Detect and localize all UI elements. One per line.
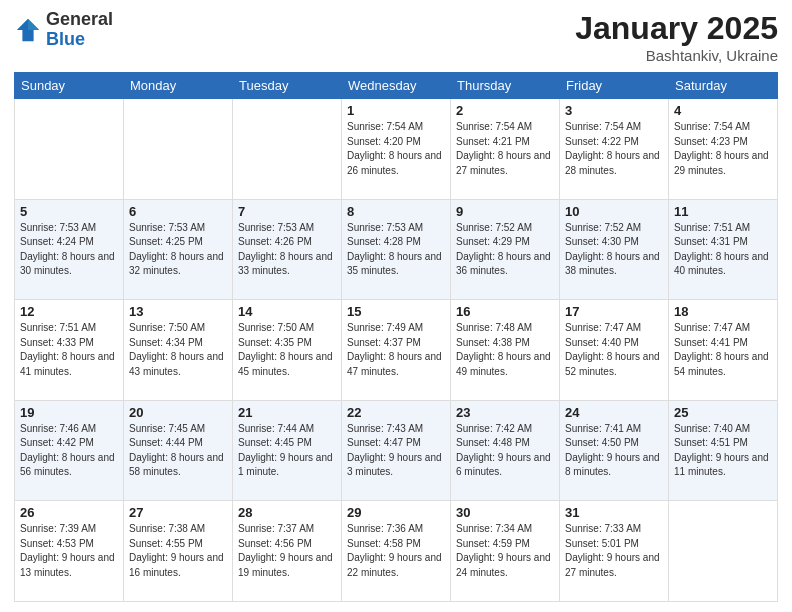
day-info: Sunrise: 7:52 AM Sunset: 4:30 PM Dayligh…	[565, 221, 663, 279]
day-info: Sunrise: 7:53 AM Sunset: 4:26 PM Dayligh…	[238, 221, 336, 279]
day-number: 2	[456, 103, 554, 118]
day-number: 11	[674, 204, 772, 219]
day-number: 3	[565, 103, 663, 118]
table-row: 22Sunrise: 7:43 AM Sunset: 4:47 PM Dayli…	[342, 400, 451, 501]
header-tuesday: Tuesday	[233, 73, 342, 99]
table-row: 28Sunrise: 7:37 AM Sunset: 4:56 PM Dayli…	[233, 501, 342, 602]
table-row: 3Sunrise: 7:54 AM Sunset: 4:22 PM Daylig…	[560, 99, 669, 200]
day-number: 1	[347, 103, 445, 118]
table-row: 15Sunrise: 7:49 AM Sunset: 4:37 PM Dayli…	[342, 300, 451, 401]
day-number: 16	[456, 304, 554, 319]
day-info: Sunrise: 7:40 AM Sunset: 4:51 PM Dayligh…	[674, 422, 772, 480]
logo-icon	[14, 16, 42, 44]
day-number: 21	[238, 405, 336, 420]
day-info: Sunrise: 7:34 AM Sunset: 4:59 PM Dayligh…	[456, 522, 554, 580]
day-number: 7	[238, 204, 336, 219]
day-info: Sunrise: 7:47 AM Sunset: 4:41 PM Dayligh…	[674, 321, 772, 379]
table-row: 31Sunrise: 7:33 AM Sunset: 5:01 PM Dayli…	[560, 501, 669, 602]
title-location: Bashtankiv, Ukraine	[575, 47, 778, 64]
day-info: Sunrise: 7:42 AM Sunset: 4:48 PM Dayligh…	[456, 422, 554, 480]
title-month: January 2025	[575, 10, 778, 47]
day-number: 9	[456, 204, 554, 219]
day-number: 20	[129, 405, 227, 420]
table-row: 20Sunrise: 7:45 AM Sunset: 4:44 PM Dayli…	[124, 400, 233, 501]
day-number: 4	[674, 103, 772, 118]
table-row: 7Sunrise: 7:53 AM Sunset: 4:26 PM Daylig…	[233, 199, 342, 300]
header-sunday: Sunday	[15, 73, 124, 99]
calendar-week-3: 12Sunrise: 7:51 AM Sunset: 4:33 PM Dayli…	[15, 300, 778, 401]
table-row: 8Sunrise: 7:53 AM Sunset: 4:28 PM Daylig…	[342, 199, 451, 300]
day-number: 12	[20, 304, 118, 319]
day-info: Sunrise: 7:37 AM Sunset: 4:56 PM Dayligh…	[238, 522, 336, 580]
day-info: Sunrise: 7:54 AM Sunset: 4:23 PM Dayligh…	[674, 120, 772, 178]
table-row	[669, 501, 778, 602]
day-number: 31	[565, 505, 663, 520]
table-row: 30Sunrise: 7:34 AM Sunset: 4:59 PM Dayli…	[451, 501, 560, 602]
day-info: Sunrise: 7:45 AM Sunset: 4:44 PM Dayligh…	[129, 422, 227, 480]
table-row	[233, 99, 342, 200]
day-number: 19	[20, 405, 118, 420]
table-row: 6Sunrise: 7:53 AM Sunset: 4:25 PM Daylig…	[124, 199, 233, 300]
day-info: Sunrise: 7:41 AM Sunset: 4:50 PM Dayligh…	[565, 422, 663, 480]
table-row: 23Sunrise: 7:42 AM Sunset: 4:48 PM Dayli…	[451, 400, 560, 501]
day-info: Sunrise: 7:46 AM Sunset: 4:42 PM Dayligh…	[20, 422, 118, 480]
table-row: 21Sunrise: 7:44 AM Sunset: 4:45 PM Dayli…	[233, 400, 342, 501]
day-info: Sunrise: 7:47 AM Sunset: 4:40 PM Dayligh…	[565, 321, 663, 379]
table-row: 4Sunrise: 7:54 AM Sunset: 4:23 PM Daylig…	[669, 99, 778, 200]
day-info: Sunrise: 7:50 AM Sunset: 4:34 PM Dayligh…	[129, 321, 227, 379]
table-row: 19Sunrise: 7:46 AM Sunset: 4:42 PM Dayli…	[15, 400, 124, 501]
day-number: 26	[20, 505, 118, 520]
calendar-week-1: 1Sunrise: 7:54 AM Sunset: 4:20 PM Daylig…	[15, 99, 778, 200]
table-row: 27Sunrise: 7:38 AM Sunset: 4:55 PM Dayli…	[124, 501, 233, 602]
calendar-table: Sunday Monday Tuesday Wednesday Thursday…	[14, 72, 778, 602]
calendar-week-2: 5Sunrise: 7:53 AM Sunset: 4:24 PM Daylig…	[15, 199, 778, 300]
day-info: Sunrise: 7:38 AM Sunset: 4:55 PM Dayligh…	[129, 522, 227, 580]
page: General Blue January 2025 Bashtankiv, Uk…	[0, 0, 792, 612]
day-number: 6	[129, 204, 227, 219]
logo-text: General Blue	[46, 10, 113, 50]
table-row: 14Sunrise: 7:50 AM Sunset: 4:35 PM Dayli…	[233, 300, 342, 401]
day-number: 10	[565, 204, 663, 219]
day-number: 27	[129, 505, 227, 520]
day-info: Sunrise: 7:51 AM Sunset: 4:33 PM Dayligh…	[20, 321, 118, 379]
calendar-week-5: 26Sunrise: 7:39 AM Sunset: 4:53 PM Dayli…	[15, 501, 778, 602]
day-number: 30	[456, 505, 554, 520]
day-info: Sunrise: 7:43 AM Sunset: 4:47 PM Dayligh…	[347, 422, 445, 480]
day-info: Sunrise: 7:33 AM Sunset: 5:01 PM Dayligh…	[565, 522, 663, 580]
day-info: Sunrise: 7:54 AM Sunset: 4:22 PM Dayligh…	[565, 120, 663, 178]
day-number: 22	[347, 405, 445, 420]
table-row	[15, 99, 124, 200]
header-friday: Friday	[560, 73, 669, 99]
table-row: 18Sunrise: 7:47 AM Sunset: 4:41 PM Dayli…	[669, 300, 778, 401]
day-number: 28	[238, 505, 336, 520]
table-row: 5Sunrise: 7:53 AM Sunset: 4:24 PM Daylig…	[15, 199, 124, 300]
table-row: 29Sunrise: 7:36 AM Sunset: 4:58 PM Dayli…	[342, 501, 451, 602]
day-number: 8	[347, 204, 445, 219]
logo: General Blue	[14, 10, 113, 50]
logo-blue: Blue	[46, 30, 113, 50]
title-block: January 2025 Bashtankiv, Ukraine	[575, 10, 778, 64]
table-row: 2Sunrise: 7:54 AM Sunset: 4:21 PM Daylig…	[451, 99, 560, 200]
calendar-header-row: Sunday Monday Tuesday Wednesday Thursday…	[15, 73, 778, 99]
table-row: 1Sunrise: 7:54 AM Sunset: 4:20 PM Daylig…	[342, 99, 451, 200]
table-row: 16Sunrise: 7:48 AM Sunset: 4:38 PM Dayli…	[451, 300, 560, 401]
logo-general: General	[46, 10, 113, 30]
day-info: Sunrise: 7:54 AM Sunset: 4:20 PM Dayligh…	[347, 120, 445, 178]
header-wednesday: Wednesday	[342, 73, 451, 99]
table-row: 9Sunrise: 7:52 AM Sunset: 4:29 PM Daylig…	[451, 199, 560, 300]
header-thursday: Thursday	[451, 73, 560, 99]
day-number: 13	[129, 304, 227, 319]
day-number: 15	[347, 304, 445, 319]
day-info: Sunrise: 7:50 AM Sunset: 4:35 PM Dayligh…	[238, 321, 336, 379]
table-row: 13Sunrise: 7:50 AM Sunset: 4:34 PM Dayli…	[124, 300, 233, 401]
day-info: Sunrise: 7:51 AM Sunset: 4:31 PM Dayligh…	[674, 221, 772, 279]
day-info: Sunrise: 7:53 AM Sunset: 4:25 PM Dayligh…	[129, 221, 227, 279]
day-number: 24	[565, 405, 663, 420]
table-row	[124, 99, 233, 200]
header-monday: Monday	[124, 73, 233, 99]
day-info: Sunrise: 7:53 AM Sunset: 4:28 PM Dayligh…	[347, 221, 445, 279]
day-number: 25	[674, 405, 772, 420]
table-row: 25Sunrise: 7:40 AM Sunset: 4:51 PM Dayli…	[669, 400, 778, 501]
day-number: 14	[238, 304, 336, 319]
day-info: Sunrise: 7:39 AM Sunset: 4:53 PM Dayligh…	[20, 522, 118, 580]
